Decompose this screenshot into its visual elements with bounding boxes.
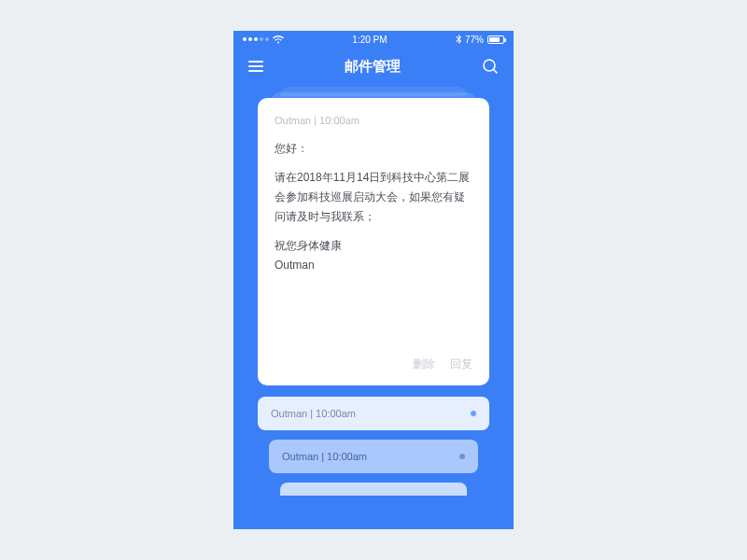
menu-icon[interactable]	[248, 61, 263, 72]
status-time: 1:20 PM	[352, 35, 387, 45]
list-item-peek	[280, 483, 467, 496]
svg-line-1	[494, 70, 498, 74]
email-list: Outman | 10:00am Outman | 10:00am	[258, 397, 489, 496]
signal-dots-icon	[243, 37, 269, 41]
email-closing: 祝您身体健康	[275, 239, 342, 252]
status-right: 77%	[456, 35, 504, 45]
search-icon[interactable]	[482, 58, 499, 75]
unread-dot-icon	[471, 411, 476, 416]
email-signature: Outman	[275, 259, 315, 272]
card-actions: 删除 回复	[275, 357, 472, 372]
email-card[interactable]: Outman | 10:00am 您好： 请在2018年11月14日到科技中心第…	[258, 98, 489, 385]
battery-percent: 77%	[465, 35, 484, 45]
phone-frame: 1:20 PM 77% 邮件管理 Outman | 10:00am 您好： 请在…	[233, 31, 514, 529]
email-content: 请在2018年11月14日到科技中心第二展会参加科技巡展启动大会，如果您有疑问请…	[275, 168, 472, 227]
email-body: 您好： 请在2018年11月14日到科技中心第二展会参加科技巡展启动大会，如果您…	[275, 139, 472, 357]
bluetooth-icon	[456, 35, 461, 44]
status-bar: 1:20 PM 77%	[233, 31, 514, 48]
list-item[interactable]: Outman | 10:00am	[269, 440, 478, 473]
list-item[interactable]: Outman | 10:00am	[258, 397, 489, 430]
wifi-icon	[273, 35, 284, 44]
email-greeting: 您好：	[275, 139, 472, 159]
card-stack: Outman | 10:00am 您好： 请在2018年11月14日到科技中心第…	[258, 98, 489, 385]
reply-button[interactable]: 回复	[450, 357, 472, 372]
delete-button[interactable]: 删除	[413, 357, 435, 372]
nav-bar: 邮件管理	[233, 48, 514, 85]
page-title: 邮件管理	[345, 58, 401, 76]
email-meta: Outman | 10:00am	[275, 115, 472, 126]
list-item-meta: Outman | 10:00am	[282, 451, 367, 462]
status-left	[243, 35, 284, 44]
battery-icon	[487, 35, 504, 44]
unread-dot-icon	[459, 454, 465, 459]
list-item-meta: Outman | 10:00am	[271, 408, 356, 419]
